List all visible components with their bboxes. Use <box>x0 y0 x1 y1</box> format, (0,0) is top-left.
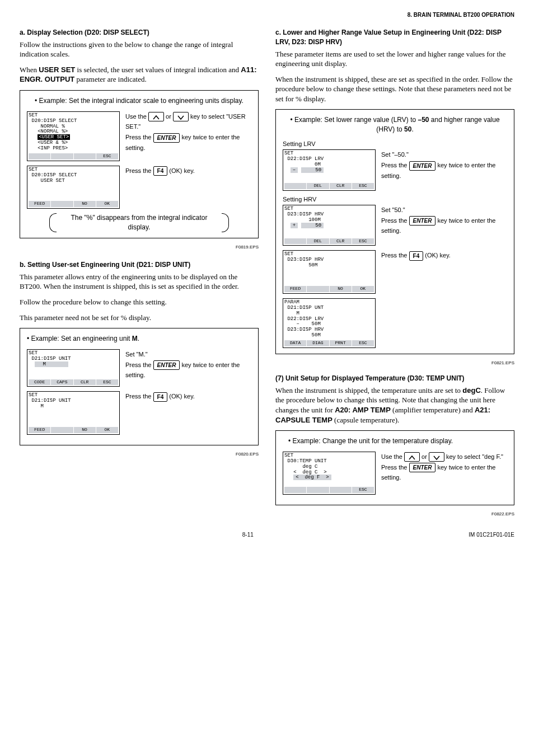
softkey-esc[interactable]: ESC <box>352 238 374 245</box>
down-key[interactable] <box>173 112 189 121</box>
example-box-2: • Example: Set an engineering unit M. SE… <box>20 328 259 445</box>
softkey-diag[interactable]: DIAG <box>307 340 329 346</box>
fig-num-1: F0819.EPS <box>20 244 259 250</box>
ex4-title: • Example: Change the unit for the tempe… <box>283 436 507 446</box>
page-number: 8-11 <box>242 531 254 539</box>
softkey-feed[interactable]: FEED <box>29 201 50 207</box>
softkey-clr[interactable]: CLR <box>330 238 352 245</box>
softkey-clr[interactable]: CLR <box>74 379 96 386</box>
f4-key[interactable]: F4 <box>153 166 168 176</box>
down-key[interactable] <box>429 452 444 462</box>
section-c-title: c. Lower and Higher Range Value Setup in… <box>275 28 514 47</box>
a-p2: When USER SET is selected, the user set … <box>20 65 259 84</box>
f4-key[interactable]: F4 <box>153 392 168 402</box>
desc-2: Press the F4 (OK) key. <box>125 166 251 176</box>
up-key[interactable] <box>404 452 420 462</box>
lcd-screen-2: SET D20:DISP SELECT USER SET FEEDNOOK <box>27 166 120 209</box>
up-key[interactable] <box>148 112 164 121</box>
ex1-title: • Example: Set the integral indicator sc… <box>27 96 251 106</box>
example-box-4: • Example: Change the unit for the tempe… <box>275 430 514 505</box>
enter-key[interactable]: ENTER <box>153 360 180 370</box>
fig-num-4: F0822.EPS <box>275 511 514 517</box>
desc-1: Use the or key to select "USER SET." Pre… <box>125 111 251 153</box>
softkey-ok[interactable]: OK <box>96 201 118 207</box>
softkey-ok[interactable]: OK <box>352 286 374 292</box>
sub-hrv: Setting HRV <box>283 195 507 204</box>
softkey-caps[interactable]: CAPS <box>51 379 73 386</box>
c-p1: These parameter items are used to set th… <box>275 49 514 69</box>
softkey-esc[interactable]: ESC <box>96 153 118 159</box>
softkey-feed[interactable]: FEED <box>284 286 306 292</box>
lcd-screen-7: SET D23:DISP HRV 50M FEEDNOOK <box>283 250 376 293</box>
lcd-screen-4: SET D21:DISP UNIT M FEEDNOOK <box>27 391 120 434</box>
sub-lrv: Setting LRV <box>283 140 507 148</box>
softkey-no[interactable]: NO <box>330 286 352 292</box>
f4-key[interactable]: F4 <box>409 251 424 261</box>
ex3-title: • Example: Set lower range value (LRV) t… <box>283 115 507 134</box>
fig-num-3: F0821.EPS <box>275 360 514 366</box>
desc-3: Set "M." Press the ENTER key twice to en… <box>125 349 251 381</box>
softkey-clr[interactable]: CLR <box>330 183 352 189</box>
example-box-3: • Example: Set lower range value (LRV) t… <box>275 109 514 354</box>
lcd-screen-3: SET D21:DISP UNIT M CODECAPSCLRESC <box>27 349 120 387</box>
b-p1: This parameter allows entry of the engin… <box>20 272 259 292</box>
section-b-title: b. Setting User-set Engineering Unit (D2… <box>20 260 259 270</box>
doc-id: IM 01C21F01-01E <box>469 531 514 539</box>
lcd-screen-6: SET D23:DISP HRV 100M + 50 DELCLRESC <box>283 205 376 246</box>
softkey-data[interactable]: DATA <box>284 340 306 346</box>
ex2-title: • Example: Set an engineering unit M. <box>27 334 251 344</box>
softkey-prnt[interactable]: PRNT <box>330 340 352 346</box>
page-header: 8. BRAIN TERMINAL BT200 OPERATION <box>20 11 514 19</box>
page-footer: 8-11 IM 01C21F01-01E <box>20 531 514 539</box>
softkey-no[interactable]: NO <box>74 201 96 207</box>
softkey-feed[interactable]: FEED <box>29 427 50 433</box>
example-box-1: • Example: Set the integral indicator sc… <box>20 90 259 238</box>
softkey-esc[interactable]: ESC <box>96 379 118 386</box>
softkey-code[interactable]: CODE <box>29 379 50 386</box>
softkey-esc[interactable]: ESC <box>352 183 374 189</box>
desc-4: Press the F4 (OK) key. <box>125 391 251 402</box>
desc-6: Set "50." Press the ENTER key twice to e… <box>381 205 507 236</box>
lcd-screen-5: SET D22:DISP LRV 0M – 50 DELCLRESC <box>283 149 376 190</box>
softkey-del[interactable]: DEL <box>307 238 329 245</box>
softkey-esc[interactable]: ESC <box>352 340 374 346</box>
softkey-del[interactable]: DEL <box>307 183 329 189</box>
section-a-title: a. Display Selection (D20: DISP SELECT) <box>20 28 259 37</box>
desc-5: Set "–50." Press the ENTER key twice to … <box>381 149 507 181</box>
lcd-screen-9: SET D30:TEMP UNIT deg C < deg C > < deg … <box>283 452 376 495</box>
right-column: c. Lower and Higher Range Value Setup in… <box>275 24 514 517</box>
enter-key[interactable]: ENTER <box>153 133 180 143</box>
b-p2: Follow the procedure below to change thi… <box>20 297 259 307</box>
softkey-ok[interactable]: OK <box>96 427 118 433</box>
b-p3: This parameter need not be set for % dis… <box>20 313 259 323</box>
desc-9: Use the or key to select "deg F." Press … <box>381 452 507 483</box>
note-bracket: The "%" disappears from the integral ind… <box>49 213 229 232</box>
desc-7: Press the F4 (OK) key. <box>381 250 507 261</box>
left-column: a. Display Selection (D20: DISP SELECT) … <box>20 24 259 517</box>
section-7-title: (7) Unit Setup for Displayed Temperature… <box>275 374 514 383</box>
softkey-no[interactable]: NO <box>74 427 96 433</box>
fig-num-2: F0820.EPS <box>20 451 259 457</box>
lcd-screen-8: PARAM D21:DISP UNT M D22:DISP LRV – 50M … <box>283 298 376 348</box>
s7-p1: When the instrument is shipped, the temp… <box>275 386 514 425</box>
lcd-screen-1: SET D20:DISP SELECT NORMAL % <NORMAL %> … <box>27 111 120 161</box>
enter-key[interactable]: ENTER <box>409 161 436 171</box>
softkey-esc[interactable]: ESC <box>352 487 374 493</box>
enter-key[interactable]: ENTER <box>409 463 436 472</box>
enter-key[interactable]: ENTER <box>409 216 436 226</box>
c-p2: When the instrument is shipped, these ar… <box>275 74 514 104</box>
a-p1: Follow the instructions given to the bel… <box>20 40 259 59</box>
